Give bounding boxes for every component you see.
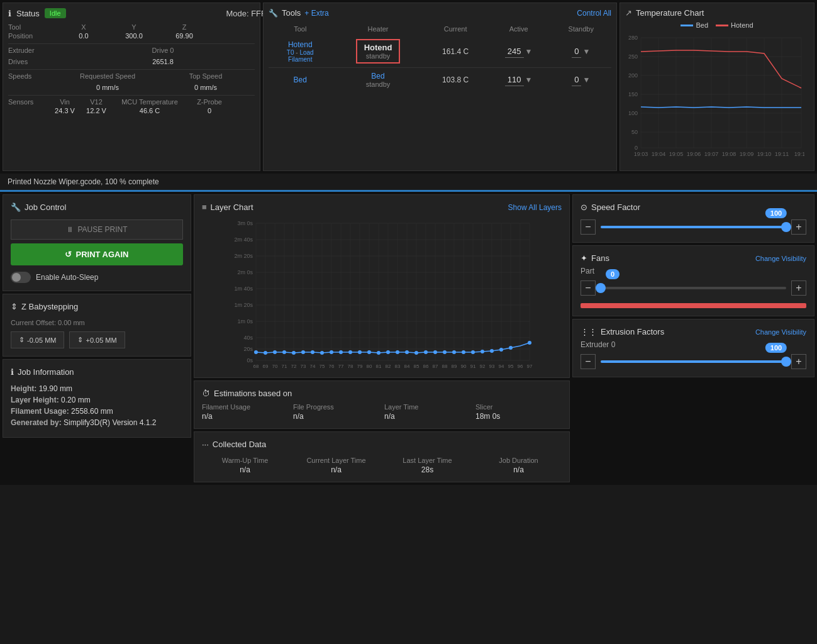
svg-text:76: 76 — [329, 364, 335, 368]
est-layer-time: Layer Time n/a — [384, 403, 470, 421]
svg-text:2m 0s: 2m 0s — [237, 269, 253, 275]
svg-point-93 — [339, 350, 343, 354]
fans-bar — [581, 303, 806, 308]
collected-title: Collected Data — [213, 440, 266, 449]
svg-text:19:07: 19:07 — [704, 151, 719, 157]
temp-chart-panel: ↗ Temperature Chart Bed Hotend 280 — [620, 3, 814, 171]
hotend-name[interactable]: Hotend — [274, 40, 327, 49]
svg-text:94: 94 — [499, 364, 504, 368]
svg-text:91: 91 — [470, 364, 476, 368]
fans-minus-button[interactable]: − — [581, 280, 596, 296]
svg-point-104 — [443, 350, 447, 354]
temp-chart-title: Temperature Chart — [636, 8, 704, 18]
status-panel: ℹ Status Idle Mode: FFF Tool X Y Z Posit… — [3, 3, 260, 171]
svg-text:75: 75 — [320, 364, 325, 368]
x-header: X — [58, 23, 109, 31]
coll-last-layer-label: Last Layer Time — [384, 457, 470, 464]
extrusion-plus-button[interactable]: + — [791, 354, 806, 369]
bed-active-arrow[interactable]: ▼ — [525, 75, 533, 84]
pause-button[interactable]: ⏸ PAUSE PRINT — [11, 219, 183, 240]
clock-icon: ⏱ — [202, 389, 210, 398]
svg-point-111 — [509, 346, 513, 350]
svg-point-88 — [292, 351, 296, 355]
hotend-t0[interactable]: T0 — [287, 49, 294, 56]
fans-change-vis-link[interactable]: Change Visibility — [755, 255, 806, 262]
hotend-active-arrow[interactable]: ▼ — [525, 47, 533, 56]
hotend-standby-val[interactable]: 0 — [572, 45, 581, 58]
extrusion-change-vis-link[interactable]: Change Visibility — [755, 328, 806, 336]
z-icon: ⇕ — [11, 302, 18, 311]
extrusion-thumb[interactable] — [781, 357, 791, 367]
svg-point-112 — [528, 341, 531, 345]
vin-val: 24.3 V — [46, 107, 84, 114]
drives-label: Drives — [8, 58, 71, 65]
svg-point-99 — [396, 350, 399, 354]
bed-standby-val[interactable]: 0 — [572, 74, 581, 86]
layer-height-val: 0.20 mm — [61, 396, 91, 404]
hotend-sub[interactable]: T0 - LoadFilament — [274, 49, 327, 63]
bed-name[interactable]: Bed — [294, 75, 307, 84]
col-standby: Standby — [551, 23, 611, 35]
zprobe-label: Z-Probe — [191, 98, 228, 106]
bed-standby-arrow[interactable]: ▼ — [582, 75, 590, 84]
hotend-standby-arrow[interactable]: ▼ — [582, 47, 590, 56]
est-filament-val: n/a — [202, 412, 288, 421]
speed-icon: ⊙ — [581, 203, 587, 212]
extrusion-title: Extrusion Factors — [601, 327, 664, 336]
height-val: 19.90 mm — [39, 384, 72, 393]
generated-label: Generated by: — [11, 418, 62, 427]
extrusion-fill — [601, 360, 786, 363]
info-icon: ℹ — [8, 9, 11, 18]
drive0-val: 2651.8 — [71, 58, 255, 65]
fans-plus-button[interactable]: + — [791, 280, 806, 296]
svg-point-103 — [433, 350, 437, 354]
extrusion-minus-button[interactable]: − — [581, 354, 596, 369]
extrusion-track[interactable] — [601, 360, 786, 363]
fans-track[interactable] — [601, 287, 786, 289]
hotend-active-val[interactable]: 245 — [505, 45, 524, 58]
extruder-label: Extruder — [8, 47, 71, 54]
est-filament-label: Filament Usage — [202, 403, 288, 411]
layer-height-label: Layer Height: — [11, 396, 59, 404]
fans-thumb[interactable] — [596, 283, 606, 293]
speed-minus-button[interactable]: − — [581, 219, 596, 235]
svg-text:19:04: 19:04 — [652, 151, 666, 157]
extrusion-value-bubble: 100 — [765, 343, 787, 353]
svg-text:74: 74 — [310, 364, 316, 368]
bed-legend-label: Bed — [696, 21, 708, 29]
generated-val: Simplify3D(R) Version 4.1.2 — [64, 418, 156, 427]
speed-plus-button[interactable]: + — [791, 219, 806, 235]
svg-text:19:08: 19:08 — [722, 151, 736, 157]
svg-text:200: 200 — [628, 72, 638, 79]
bed-current: 103.8 C — [425, 68, 487, 92]
show-all-layers-link[interactable]: Show All Layers — [508, 203, 562, 212]
bed-legend-color — [681, 25, 693, 26]
extrusion-icon: ⋮⋮ — [581, 327, 597, 336]
svg-text:1m 0s: 1m 0s — [237, 318, 253, 325]
print-again-button[interactable]: ↺ PRINT AGAIN — [11, 243, 183, 265]
hotend-legend-color — [716, 25, 728, 26]
svg-point-94 — [348, 350, 352, 354]
extra-link[interactable]: + Extra — [304, 9, 328, 18]
speed-track[interactable] — [601, 226, 786, 228]
filament-val: 2558.60 mm — [71, 407, 113, 416]
svg-text:70: 70 — [272, 364, 278, 368]
svg-point-86 — [273, 350, 277, 354]
est-filament: Filament Usage n/a — [202, 403, 288, 421]
notification-text: Printed Nozzle Wiper.gcode, 100 % comple… — [8, 177, 159, 186]
speed-thumb[interactable] — [781, 222, 791, 232]
svg-text:81: 81 — [376, 364, 382, 368]
auto-sleep-toggle[interactable] — [11, 272, 31, 283]
control-all-link[interactable]: Control All — [577, 9, 611, 18]
bed-active-val[interactable]: 110 — [505, 74, 524, 86]
mode-text: Mode: FFF — [226, 9, 266, 18]
svg-text:78: 78 — [348, 364, 353, 368]
z-plus-button[interactable]: ⇕ +0.05 MM — [69, 331, 125, 348]
hotend-heater-name: Hotend — [362, 43, 394, 52]
bed-heater-name: Bed — [337, 72, 420, 80]
wrench-icon: 🔧 — [11, 203, 21, 212]
svg-text:250: 250 — [628, 53, 638, 60]
coll-current-layer-val: n/a — [293, 465, 379, 474]
z-minus-button[interactable]: ⇕ -0.05 MM — [11, 331, 64, 348]
svg-point-100 — [405, 350, 409, 354]
